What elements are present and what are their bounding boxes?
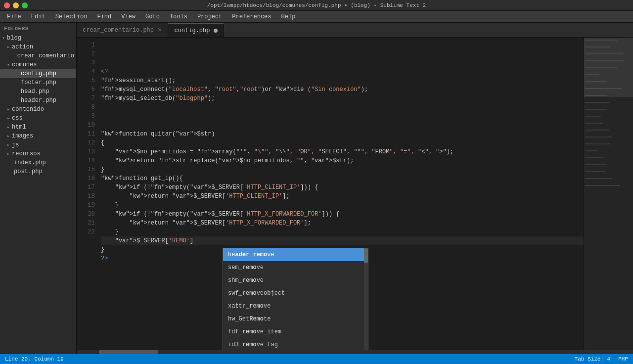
sidebar-item-css[interactable]: ▸css	[0, 114, 76, 123]
code-line: "kw">return "var">$_SERVER['HTTP_CLIENT_…	[101, 192, 584, 201]
statusbar-right: Tab Size: 4 PHP	[575, 356, 628, 362]
autocomplete-scrollbar[interactable]	[364, 248, 368, 350]
line-number: 14	[77, 156, 95, 165]
sidebar-item-html[interactable]: ▸html	[0, 123, 76, 132]
sidebar-item-blog[interactable]: ▾blog	[0, 34, 76, 43]
editor-scrollbar[interactable]	[77, 350, 633, 354]
sidebar-item-comunes[interactable]: ▾comunes	[0, 60, 76, 69]
autocomplete-item-label: sem_remove	[228, 264, 264, 271]
autocomplete-item-hw_GetRemote[interactable]: hw_GetRemote	[223, 313, 368, 325]
code-line: "kw">function quitar("var">$str)	[101, 130, 584, 138]
line-number: 2	[77, 49, 95, 58]
sidebar-item-contenido[interactable]: ▸contenido	[0, 105, 76, 114]
tab-crear_comentario[interactable]: crear_comentario.php×	[77, 23, 168, 37]
sidebar-item-label: action	[12, 44, 33, 50]
language: PHP	[618, 356, 628, 362]
sidebar-item-action[interactable]: ▸action	[0, 43, 76, 51]
tab-label: config.php	[174, 27, 210, 34]
maximize-button[interactable]	[22, 2, 28, 8]
line-number: 13	[77, 147, 95, 156]
code-line: }	[101, 165, 584, 174]
menu-item-file[interactable]: File	[2, 12, 26, 21]
sidebar-item-label: blog	[7, 35, 21, 42]
sidebar-item-head.php[interactable]: head.php	[0, 87, 76, 96]
sidebar-item-label: post.php	[14, 168, 43, 175]
autocomplete-item-label: swf_removeobject	[228, 290, 285, 297]
folder-arrow-icon: ▾	[7, 62, 10, 68]
line-number: 20	[77, 210, 95, 219]
code-line: {	[101, 138, 584, 147]
folder-arrow-icon: ▸	[7, 151, 10, 157]
minimap	[584, 38, 633, 350]
sidebar-item-header.php[interactable]: header.php	[0, 96, 76, 105]
autocomplete-item-id3_remove_tag[interactable]: id3_remove_tag	[223, 338, 368, 350]
sidebar-item-post.php[interactable]: post.php	[0, 167, 76, 176]
folder-arrow-icon: ▸	[7, 106, 10, 112]
line-number: 1	[77, 41, 95, 49]
autocomplete-item-fdf_remove_item[interactable]: fdf_remove_item	[223, 325, 368, 338]
sidebar-item-label: css	[12, 115, 23, 122]
line-number: 9	[77, 112, 95, 121]
autocomplete-item-sem_remove[interactable]: sem_remove	[223, 261, 368, 274]
autocomplete-item-shm_remove[interactable]: shm_remove	[223, 274, 368, 287]
autocomplete-item-label: hw_GetRemote	[228, 316, 271, 322]
sidebar-item-recursos[interactable]: ▸recursos	[0, 149, 76, 158]
folder-arrow-icon: ▸	[7, 142, 10, 148]
autocomplete-item-xattr_remove[interactable]: xattr_remove	[223, 300, 368, 313]
sidebar-item-crear_comentario[interactable]: crear_comentario	[0, 51, 76, 60]
sidebar-item-label: footer.php	[21, 79, 56, 86]
menu-item-selection[interactable]: Selection	[50, 12, 92, 21]
menu-item-edit[interactable]: Edit	[26, 12, 50, 21]
sidebar-item-label: comunes	[12, 61, 37, 68]
code-line	[101, 121, 584, 130]
tab-config_php[interactable]: config.php	[168, 23, 224, 37]
menu-item-help[interactable]: Help	[276, 12, 301, 21]
menu-item-tools[interactable]: Tools	[165, 12, 192, 21]
menu-item-view[interactable]: View	[116, 12, 140, 21]
titlebar: /opt/lampp/htdocs/blog/comunes/config.ph…	[0, 0, 633, 11]
sidebar-item-label: crear_comentario	[17, 52, 74, 59]
autocomplete-item-header_remove[interactable]: header_remove	[223, 248, 368, 261]
menu-item-project[interactable]: Project	[192, 12, 227, 21]
line-number: 6	[77, 85, 95, 94]
tabbar: crear_comentario.php×config.php	[77, 23, 633, 38]
code-line: "fn">mysql_select_db("blogphp");	[101, 94, 584, 103]
code-line: "var">$_SERVER['REMO']	[101, 236, 584, 245]
code-line: "fn">mysql_connect("localhost", "root","…	[101, 85, 584, 94]
statusbar-left: Line 20, Column 19	[5, 356, 64, 362]
sidebar-item-label: config.php	[21, 70, 56, 77]
line-number: 11	[77, 130, 95, 138]
tab-close-button[interactable]	[214, 29, 218, 33]
menu-item-find[interactable]: Find	[92, 12, 116, 21]
code-line: "kw">if (!"fn">empty("var">$_SERVER['HTT…	[101, 183, 584, 192]
tab-close-button[interactable]: ×	[158, 27, 162, 34]
sidebar-item-index.php[interactable]: index.php	[0, 158, 76, 167]
scrollbar-thumb[interactable]	[99, 350, 158, 354]
sidebar-item-config.php[interactable]: config.php	[0, 69, 76, 78]
sidebar-item-footer.php[interactable]: footer.php	[0, 78, 76, 87]
editor[interactable]: 12345678910111213141516171819202122 <?"f…	[77, 38, 584, 350]
autocomplete-dropdown[interactable]: header_removesem_removeshm_removeswf_rem…	[223, 248, 368, 350]
autocomplete-item-label: id3_remove_tag	[228, 341, 278, 348]
autocomplete-item-swf_removeobject[interactable]: swf_removeobject	[223, 287, 368, 300]
autocomplete-item-label: fdf_remove_item	[228, 328, 281, 335]
line-numbers: 12345678910111213141516171819202122	[77, 38, 99, 350]
sidebar-item-label: contenido	[12, 106, 44, 113]
tab-label: crear_comentario.php	[83, 27, 154, 34]
sidebar: FOLDERS ▾blog▸actioncrear_comentario▾com…	[0, 23, 77, 354]
close-button[interactable]	[4, 2, 10, 8]
main-area: FOLDERS ▾blog▸actioncrear_comentario▾com…	[0, 23, 633, 354]
line-number: 12	[77, 138, 95, 147]
sidebar-item-js[interactable]: ▸js	[0, 140, 76, 149]
minimize-button[interactable]	[13, 2, 19, 8]
line-number: 5	[77, 76, 95, 85]
code-line: "kw">return "var">$_SERVER['HTTP_X_FORWA…	[101, 219, 584, 228]
match-bold: ader_remo	[235, 251, 267, 258]
menu-item-goto[interactable]: Goto	[140, 12, 165, 21]
sidebar-item-label: header.php	[21, 97, 56, 104]
autocomplete-item-label: shm_remove	[228, 277, 264, 284]
sidebar-item-images[interactable]: ▸images	[0, 132, 76, 140]
window-title: /opt/lampp/htdocs/blog/comunes/config.ph…	[207, 2, 426, 8]
code-line	[101, 112, 584, 121]
menu-item-preferences[interactable]: Preferences	[227, 12, 276, 21]
